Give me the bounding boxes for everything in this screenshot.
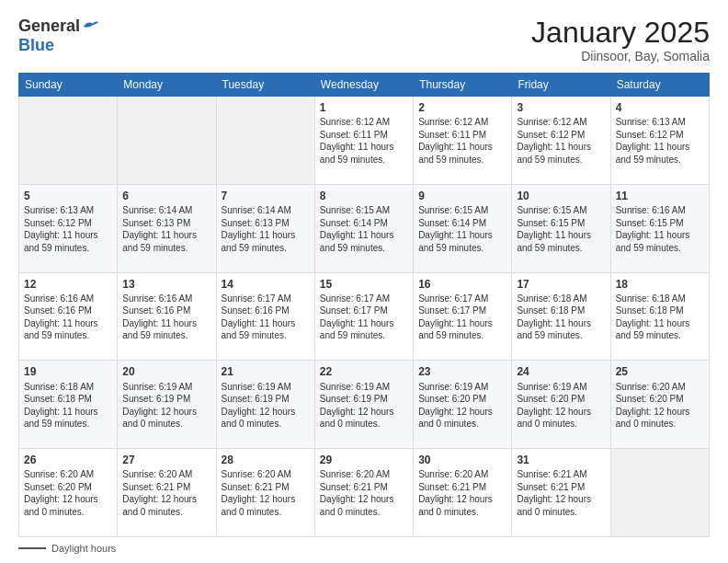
day-number: 12 (24, 277, 112, 292)
calendar-cell (118, 97, 216, 185)
calendar-week-row: 19Sunrise: 6:18 AMSunset: 6:18 PMDayligh… (19, 361, 710, 449)
calendar-cell: 7Sunrise: 6:14 AMSunset: 6:13 PMDaylight… (216, 184, 314, 272)
day-number: 7 (222, 189, 310, 203)
calendar-header-friday: Friday (512, 74, 610, 97)
calendar-table: SundayMondayTuesdayWednesdayThursdayFrid… (18, 73, 710, 537)
header: General Blue January 2025 Diinsoor, Bay,… (18, 17, 710, 63)
day-number: 13 (122, 277, 210, 292)
page-subtitle: Diinsoor, Bay, Somalia (531, 49, 710, 63)
day-number: 23 (418, 364, 506, 379)
calendar-cell: 25Sunrise: 6:20 AMSunset: 6:20 PMDayligh… (610, 361, 709, 449)
calendar-cell: 12Sunrise: 6:16 AMSunset: 6:16 PMDayligh… (19, 272, 118, 361)
day-number: 8 (320, 189, 408, 203)
calendar-cell: 4Sunrise: 6:13 AMSunset: 6:12 PMDaylight… (610, 97, 709, 185)
calendar-cell: 29Sunrise: 6:20 AMSunset: 6:21 PMDayligh… (314, 449, 413, 537)
calendar-cell: 27Sunrise: 6:20 AMSunset: 6:21 PMDayligh… (118, 449, 216, 537)
logo-bird-icon (82, 17, 100, 36)
calendar-header-sunday: Sunday (19, 74, 118, 97)
calendar-cell: 20Sunrise: 6:19 AMSunset: 6:19 PMDayligh… (118, 361, 216, 449)
calendar-cell: 24Sunrise: 6:19 AMSunset: 6:20 PMDayligh… (512, 361, 610, 449)
calendar-week-row: 1Sunrise: 6:12 AMSunset: 6:11 PMDaylight… (19, 97, 710, 185)
day-number: 9 (418, 189, 506, 203)
day-number: 29 (320, 453, 408, 467)
day-number: 11 (616, 189, 704, 203)
calendar-cell: 3Sunrise: 6:12 AMSunset: 6:12 PMDaylight… (512, 97, 610, 185)
logo: General Blue (18, 17, 100, 55)
day-number: 16 (418, 277, 506, 292)
calendar-cell: 17Sunrise: 6:18 AMSunset: 6:18 PMDayligh… (512, 272, 610, 361)
logo-blue-text: Blue (18, 36, 54, 55)
calendar-cell: 31Sunrise: 6:21 AMSunset: 6:21 PMDayligh… (512, 449, 610, 537)
day-number: 14 (222, 277, 310, 292)
calendar-cell: 5Sunrise: 6:13 AMSunset: 6:12 PMDaylight… (19, 184, 118, 272)
day-number: 4 (616, 100, 704, 115)
calendar-week-row: 26Sunrise: 6:20 AMSunset: 6:20 PMDayligh… (19, 449, 710, 537)
calendar-header-saturday: Saturday (610, 74, 709, 97)
calendar-cell: 14Sunrise: 6:17 AMSunset: 6:16 PMDayligh… (216, 272, 314, 361)
calendar-cell (216, 97, 314, 185)
page-title: January 2025 (531, 17, 710, 49)
calendar-cell: 19Sunrise: 6:18 AMSunset: 6:18 PMDayligh… (19, 361, 118, 449)
day-number: 1 (320, 100, 408, 115)
day-number: 22 (320, 364, 408, 379)
footer: Daylight hours (18, 543, 710, 554)
calendar-cell: 9Sunrise: 6:15 AMSunset: 6:14 PMDaylight… (414, 184, 512, 272)
calendar-header-wednesday: Wednesday (314, 74, 413, 97)
calendar-cell (19, 97, 118, 185)
day-number: 18 (616, 277, 704, 292)
page: General Blue January 2025 Diinsoor, Bay,… (0, 0, 728, 563)
calendar-header-row: SundayMondayTuesdayWednesdayThursdayFrid… (19, 74, 710, 97)
calendar-cell (610, 449, 709, 537)
calendar-cell: 18Sunrise: 6:18 AMSunset: 6:18 PMDayligh… (610, 272, 709, 361)
calendar-cell: 8Sunrise: 6:15 AMSunset: 6:14 PMDaylight… (314, 184, 413, 272)
calendar-cell: 13Sunrise: 6:16 AMSunset: 6:16 PMDayligh… (118, 272, 216, 361)
calendar-cell: 23Sunrise: 6:19 AMSunset: 6:20 PMDayligh… (414, 361, 512, 449)
day-number: 2 (418, 100, 506, 115)
calendar-cell: 2Sunrise: 6:12 AMSunset: 6:11 PMDaylight… (414, 97, 512, 185)
calendar-cell: 6Sunrise: 6:14 AMSunset: 6:13 PMDaylight… (118, 184, 216, 272)
day-number: 6 (122, 189, 210, 203)
day-number: 19 (24, 364, 112, 379)
day-number: 31 (517, 453, 605, 467)
day-number: 28 (222, 453, 310, 467)
day-number: 15 (320, 277, 408, 292)
day-number: 3 (517, 100, 605, 115)
title-block: January 2025 Diinsoor, Bay, Somalia (531, 17, 710, 63)
day-number: 27 (122, 453, 210, 467)
logo-general-text: General (18, 17, 80, 36)
calendar-cell: 26Sunrise: 6:20 AMSunset: 6:20 PMDayligh… (19, 449, 118, 537)
calendar-header-monday: Monday (118, 74, 216, 97)
calendar-cell: 21Sunrise: 6:19 AMSunset: 6:19 PMDayligh… (216, 361, 314, 449)
footer-line (18, 547, 46, 549)
calendar-cell: 16Sunrise: 6:17 AMSunset: 6:17 PMDayligh… (414, 272, 512, 361)
day-number: 26 (24, 453, 112, 467)
day-number: 30 (418, 453, 506, 467)
footer-label: Daylight hours (51, 543, 116, 554)
day-number: 10 (517, 189, 605, 203)
calendar-cell: 1Sunrise: 6:12 AMSunset: 6:11 PMDaylight… (314, 97, 413, 185)
calendar-cell: 11Sunrise: 6:16 AMSunset: 6:15 PMDayligh… (610, 184, 709, 272)
calendar-cell: 30Sunrise: 6:20 AMSunset: 6:21 PMDayligh… (414, 449, 512, 537)
day-number: 17 (517, 277, 605, 292)
calendar-cell: 28Sunrise: 6:20 AMSunset: 6:21 PMDayligh… (216, 449, 314, 537)
day-number: 21 (222, 364, 310, 379)
day-number: 5 (24, 189, 112, 203)
day-number: 24 (517, 364, 605, 379)
calendar-cell: 10Sunrise: 6:15 AMSunset: 6:15 PMDayligh… (512, 184, 610, 272)
calendar-header-tuesday: Tuesday (216, 74, 314, 97)
calendar-week-row: 12Sunrise: 6:16 AMSunset: 6:16 PMDayligh… (19, 272, 710, 361)
calendar-cell: 22Sunrise: 6:19 AMSunset: 6:19 PMDayligh… (314, 361, 413, 449)
day-number: 25 (616, 364, 704, 379)
calendar-header-thursday: Thursday (414, 74, 512, 97)
day-number: 20 (122, 364, 210, 379)
calendar-cell: 15Sunrise: 6:17 AMSunset: 6:17 PMDayligh… (314, 272, 413, 361)
calendar-week-row: 5Sunrise: 6:13 AMSunset: 6:12 PMDaylight… (19, 184, 710, 272)
